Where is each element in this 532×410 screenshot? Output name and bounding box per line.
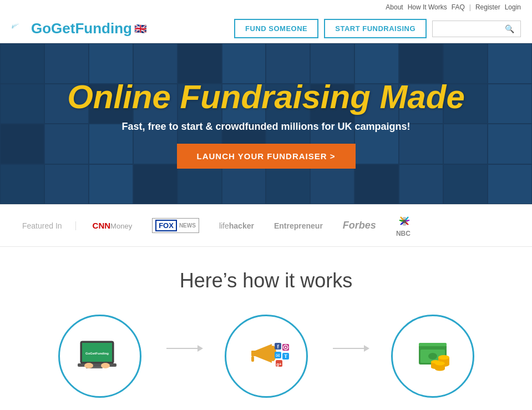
step-1: GoGetFunding Create your page in four ea… (33, 315, 166, 410)
money-icon (408, 334, 458, 378)
logo-label: GoGetFunding (31, 20, 132, 37)
search-input[interactable] (438, 24, 505, 33)
lifehacker-logo: lifehacker (219, 221, 254, 230)
svg-point-26 (428, 353, 437, 360)
featured-strip: Featured In CNNMoney FOX NEWS lifehacker… (0, 204, 532, 247)
svg-text:✉: ✉ (276, 353, 280, 358)
step-1-circle: GoGetFunding (58, 315, 141, 398)
hero-subtitle: Fast, free to start & crowdfunded millio… (67, 121, 465, 133)
forbes-logo: Forbes (343, 220, 376, 231)
start-fundraising-button[interactable]: START FUNDRAISING (324, 19, 427, 38)
step-3-circle (391, 315, 474, 398)
steps-row: GoGetFunding Create your page in four ea… (11, 315, 521, 410)
arrow-1 (166, 348, 200, 349)
hero-title: Online Fundraising Made (67, 79, 465, 115)
step-2-icon: f ✉ 𝕋 g+ (226, 316, 306, 396)
fund-someone-button[interactable]: FUND SOMEONE (234, 19, 318, 38)
logo-area: GoGetFunding 🇬🇧 (11, 20, 223, 37)
step-2: f ✉ 𝕋 g+ Share it with your world and be… (200, 315, 333, 410)
entrepreneur-logo: Entrepreneur (274, 221, 323, 230)
logo-wings-icon (11, 22, 29, 36)
hero-banner: Online Fundraising Made Fast, free to st… (0, 43, 532, 204)
step-3-icon (393, 316, 473, 396)
how-it-works-title: Here’s how it works (11, 269, 521, 292)
svg-rect-12 (251, 356, 254, 362)
svg-point-31 (438, 355, 449, 360)
nav-register[interactable]: Register (475, 3, 500, 11)
laptop-icon: GoGetFunding (75, 337, 125, 376)
svg-rect-28 (419, 343, 447, 346)
site-logo[interactable]: GoGetFunding 🇬🇧 (11, 20, 146, 37)
cnn-logo: CNNMoney (93, 221, 133, 230)
top-navigation: About How It Works FAQ | Register Login (0, 0, 532, 14)
launch-fundraiser-button[interactable]: LAUNCH YOUR FUNDRAISER > (177, 144, 356, 169)
svg-text:g+: g+ (276, 362, 282, 367)
nbc-peacock-icon (396, 214, 413, 229)
nav-divider: | (469, 3, 471, 11)
nav-how-it-works[interactable]: How It Works (408, 3, 447, 11)
nbc-logo: NBC (396, 214, 413, 237)
how-it-works-section: Here’s how it works GoGetFunding (0, 247, 532, 410)
svg-marker-9 (255, 344, 272, 363)
step-2-label: Share it with your world and beyond (200, 408, 333, 410)
megaphone-icon: f ✉ 𝕋 g+ (241, 334, 291, 378)
svg-point-37 (435, 362, 445, 366)
svg-text:𝕋: 𝕋 (283, 354, 287, 359)
featured-label: Featured In (22, 221, 76, 230)
nav-faq[interactable]: FAQ (452, 3, 465, 11)
fox-logo: FOX NEWS (152, 218, 199, 233)
svg-rect-10 (251, 351, 257, 356)
svg-point-8 (101, 363, 110, 368)
site-header: GoGetFunding 🇬🇧 FUND SOMEONE START FUNDR… (0, 14, 532, 43)
header-buttons: FUND SOMEONE START FUNDRAISING 🔍 (234, 19, 521, 38)
step-2-circle: f ✉ 𝕋 g+ (225, 315, 308, 398)
hero-content: Online Fundraising Made Fast, free to st… (56, 79, 476, 169)
nav-login[interactable]: Login (505, 3, 521, 11)
svg-text:GoGetFunding: GoGetFunding (85, 352, 109, 355)
search-icon: 🔍 (505, 24, 514, 33)
step-3: Accept donations instantly with credit /… (366, 315, 499, 410)
search-box[interactable]: 🔍 (432, 21, 521, 37)
svg-point-7 (84, 363, 93, 368)
svg-point-1 (403, 220, 406, 223)
uk-flag-icon: 🇬🇧 (134, 23, 146, 35)
step-1-label: Create your page in four easy steps (33, 408, 166, 410)
media-logos: CNNMoney FOX NEWS lifehacker Entrepreneu… (76, 214, 510, 237)
arrow-2 (333, 348, 366, 349)
step-1-icon: GoGetFunding (60, 316, 140, 396)
svg-rect-5 (78, 363, 116, 367)
step-3-label: Accept donations instantly with credit /… (366, 408, 499, 410)
svg-point-17 (285, 347, 286, 348)
nav-about[interactable]: About (386, 3, 403, 11)
